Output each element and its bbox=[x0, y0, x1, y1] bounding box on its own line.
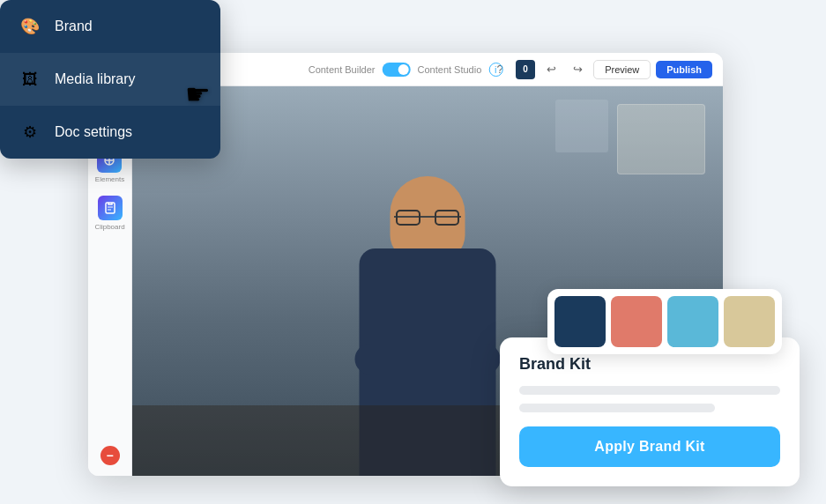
apply-brand-kit-button[interactable]: Apply Brand Kit bbox=[519, 426, 780, 467]
publish-button[interactable]: Publish bbox=[656, 61, 712, 78]
brand-kit-line-1 bbox=[519, 386, 780, 395]
remove-button[interactable]: − bbox=[100, 446, 120, 465]
swatch-salmon[interactable] bbox=[611, 296, 662, 347]
clipboard-icon bbox=[98, 196, 123, 220]
swatch-sand[interactable] bbox=[724, 296, 775, 347]
info-icon[interactable]: i bbox=[488, 63, 502, 77]
elements-label: Elements bbox=[95, 175, 124, 183]
swatch-sky[interactable] bbox=[667, 296, 718, 347]
redo-icon[interactable]: ↪ bbox=[567, 59, 588, 80]
color-swatches-card bbox=[547, 289, 782, 354]
preview-button[interactable]: Preview bbox=[593, 60, 651, 79]
media-library-icon: 🖼 bbox=[18, 67, 42, 92]
menu-item-media-label: Media library bbox=[55, 71, 136, 87]
office-board-2 bbox=[555, 100, 608, 152]
toolbar-right: ? 0 ↩ ↪ Preview Publish bbox=[489, 59, 712, 80]
office-board bbox=[617, 104, 705, 174]
sidebar-tool-clipboard[interactable]: Clipboard bbox=[94, 196, 124, 231]
brand-kit-card: Brand Kit Apply Brand Kit bbox=[500, 337, 800, 486]
swatch-navy[interactable] bbox=[554, 296, 606, 347]
person-arms bbox=[355, 344, 501, 374]
brand-kit-line-2 bbox=[519, 404, 715, 412]
brand-kit-title: Brand Kit bbox=[519, 355, 780, 374]
toolbar-center: Content Builder Content Studio i bbox=[309, 63, 503, 77]
toggle-track bbox=[383, 63, 411, 77]
glasses-left bbox=[396, 210, 420, 226]
content-builder-label: Content Builder bbox=[309, 64, 376, 75]
glasses-right bbox=[435, 210, 459, 226]
notification-badge[interactable]: 0 bbox=[516, 60, 535, 79]
brand-kit-body: Brand Kit Apply Brand Kit bbox=[500, 337, 800, 486]
content-studio-label: Content Studio bbox=[418, 64, 482, 75]
brand-icon: 🎨 bbox=[18, 14, 42, 39]
menu-item-doc-label: Doc settings bbox=[55, 124, 132, 140]
menu-item-doc-settings[interactable]: ⚙ Doc settings bbox=[0, 106, 220, 159]
undo-icon[interactable]: ↩ bbox=[540, 59, 562, 80]
menu-item-brand-label: Brand bbox=[55, 19, 93, 34]
clipboard-label: Clipboard bbox=[94, 223, 124, 231]
mode-toggle[interactable] bbox=[383, 63, 411, 77]
doc-settings-icon: ⚙ bbox=[18, 120, 42, 145]
sidebar-bottom: − bbox=[100, 446, 120, 465]
toggle-thumb bbox=[398, 64, 409, 75]
cursor-pointer: ☛ bbox=[185, 78, 211, 111]
menu-item-brand[interactable]: 🎨 Brand bbox=[0, 0, 220, 53]
